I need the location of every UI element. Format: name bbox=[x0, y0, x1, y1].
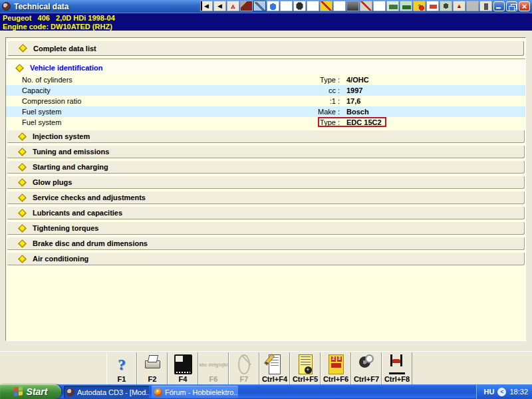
table-row: No. of cylinders Type : 4/OHC bbox=[6, 74, 525, 85]
vehicle-lift-icon bbox=[389, 354, 405, 374]
ignition-timing-icon bbox=[329, 354, 344, 374]
row-unit: Type : bbox=[272, 76, 340, 84]
section-lubricants[interactable]: Lubricants and capacities bbox=[7, 206, 525, 219]
section-label: Complete data list bbox=[33, 45, 96, 53]
printer-icon bbox=[144, 354, 161, 374]
diamond-expanded-icon bbox=[15, 64, 24, 72]
bodywork-icon[interactable] bbox=[426, 1, 439, 11]
engine-icon[interactable] bbox=[346, 1, 359, 11]
help-icon bbox=[118, 354, 126, 374]
wheel-check-icon bbox=[359, 354, 374, 374]
section-vehicle-identification[interactable]: Vehicle identification bbox=[6, 61, 525, 74]
window-title: Technical data bbox=[14, 2, 68, 11]
taskbar-item-forum[interactable]: Fórum - Hobbielektro... bbox=[152, 386, 238, 398]
document-pointer-icon bbox=[299, 354, 313, 374]
system-tray: HU < 18:32 bbox=[476, 384, 532, 399]
row-unit: :1 : bbox=[272, 97, 340, 105]
labour-times-icon[interactable] bbox=[307, 1, 319, 11]
back-icon[interactable]: ◀ bbox=[213, 1, 226, 11]
gears-icon[interactable] bbox=[466, 1, 479, 11]
diamond-collapsed-icon bbox=[18, 194, 27, 202]
app-icon bbox=[2, 2, 11, 11]
function-key-bar: F1 F2 F4 F6 F7 Ctrl+F4 bbox=[0, 351, 532, 384]
language-indicator[interactable]: HU bbox=[484, 388, 495, 396]
tray-app-icon[interactable]: < bbox=[497, 388, 506, 396]
section-label: Service checks and adjustments bbox=[33, 194, 146, 201]
text-button-disabled: F6 bbox=[198, 352, 229, 384]
minimize-button[interactable] bbox=[493, 1, 505, 11]
first-page-icon[interactable]: ◀ bbox=[200, 1, 213, 11]
section-glow-plugs[interactable]: Glow plugs bbox=[7, 176, 525, 189]
table-row: Compression ratio :1 : 17,6 bbox=[6, 96, 525, 106]
diamond-collapsed-icon bbox=[18, 163, 27, 172]
diamond-collapsed-icon bbox=[18, 132, 27, 141]
help-button[interactable]: F1 bbox=[106, 352, 137, 384]
section-starting-and-charging[interactable]: Starting and charging bbox=[7, 160, 525, 174]
fkey-label: Ctrl+F8 bbox=[384, 375, 410, 383]
table-row: Capacity cc : 1997 bbox=[6, 85, 525, 96]
hazard-icon[interactable]: ▲ bbox=[453, 1, 466, 11]
row-value: 1997 bbox=[346, 86, 362, 94]
wheel-alignment-icon[interactable] bbox=[293, 1, 306, 11]
print-manager-icon[interactable] bbox=[386, 1, 399, 11]
service-schedule-icon[interactable] bbox=[267, 1, 279, 11]
display-icon bbox=[174, 354, 192, 374]
close-button[interactable] bbox=[519, 1, 530, 11]
tools-icon[interactable] bbox=[320, 1, 332, 11]
technical-data-icon-selected[interactable] bbox=[253, 1, 266, 11]
section-label: Tightening torques bbox=[33, 224, 98, 232]
section-complete-data-list[interactable]: Complete data list bbox=[7, 41, 524, 56]
titlebar-toolbar: ◀◀▲?▲ bbox=[200, 1, 492, 11]
ignition-timing-button[interactable]: Ctrl+F6 bbox=[321, 352, 351, 384]
vehicle-model: Peugeot 406 2,0D HDi 1998-04 bbox=[3, 14, 532, 23]
section-brake-dimensions[interactable]: Brake disc and drum dimensions bbox=[7, 237, 525, 250]
application-window: Technical data ◀◀▲?▲ Peugeot 406 2,0D HD… bbox=[0, 0, 532, 399]
restore-button[interactable] bbox=[506, 1, 517, 11]
section-injection-system[interactable]: Injection system bbox=[7, 130, 525, 143]
fkey-label: F1 bbox=[118, 375, 126, 383]
task-title: Autodata CD3 - [Mod... bbox=[77, 388, 149, 396]
diagnostics-icon[interactable]: ? bbox=[413, 1, 426, 11]
section-tuning-and-emissions[interactable]: Tuning and emissions bbox=[7, 145, 525, 158]
crash-data-icon[interactable] bbox=[240, 1, 253, 11]
disc-icon[interactable] bbox=[440, 1, 452, 11]
section-label: Air conditioning bbox=[33, 255, 88, 263]
windows-logo-icon bbox=[14, 386, 23, 397]
diamond-collapsed-icon bbox=[18, 148, 27, 156]
firefox-icon bbox=[154, 388, 162, 396]
wheel-check-button[interactable]: Ctrl+F7 bbox=[351, 352, 382, 384]
print-button[interactable]: F2 bbox=[137, 352, 168, 384]
section-tightening-torques[interactable]: Tightening torques bbox=[7, 221, 525, 235]
section-service-checks[interactable]: Service checks and adjustments bbox=[7, 191, 525, 204]
row-label: No. of cylinders bbox=[22, 76, 72, 84]
edit-note-button[interactable]: Ctrl+F4 bbox=[259, 352, 290, 384]
vehicle-lift-button[interactable]: Ctrl+F8 bbox=[382, 352, 412, 384]
timing-belt-icon[interactable] bbox=[333, 1, 346, 11]
measure-button-disabled: F7 bbox=[229, 352, 259, 384]
taskbar-item-autodata[interactable]: Autodata CD3 - [Mod... bbox=[64, 386, 149, 398]
fkey-label: F6 bbox=[209, 375, 218, 383]
section-air-conditioning[interactable]: Air conditioning bbox=[7, 252, 525, 265]
section-label: Injection system bbox=[33, 132, 90, 140]
task-title: Fórum - Hobbielektro... bbox=[165, 388, 238, 396]
diamond-collapsed-icon bbox=[18, 224, 27, 233]
diamond-collapsed-icon bbox=[18, 178, 27, 187]
switch-icon[interactable] bbox=[479, 1, 492, 11]
section-label: Vehicle identification bbox=[30, 64, 102, 72]
start-button[interactable]: Start bbox=[0, 384, 61, 399]
document-pointer-button[interactable]: Ctrl+F5 bbox=[290, 352, 321, 384]
service-car-icon[interactable] bbox=[400, 1, 412, 11]
car-adjustments-icon[interactable] bbox=[280, 1, 293, 11]
row-unit: cc : bbox=[272, 86, 340, 94]
brakes-icon[interactable] bbox=[373, 1, 386, 11]
section-label: Tuning and emissions bbox=[33, 148, 109, 156]
repair-tool-icon[interactable] bbox=[360, 1, 372, 11]
title-bar: Technical data ◀◀▲?▲ bbox=[0, 0, 532, 13]
divider bbox=[6, 59, 525, 60]
display-button[interactable]: F4 bbox=[168, 352, 198, 384]
function-buttons: F1 F2 F4 F6 F7 Ctrl+F4 bbox=[106, 352, 412, 384]
table-row: Fuel system Type : EDC 15C2 bbox=[6, 117, 525, 128]
clock[interactable]: 18:32 bbox=[509, 388, 528, 396]
warning-icon[interactable]: ▲ bbox=[227, 1, 239, 11]
text-block-icon bbox=[200, 354, 228, 374]
